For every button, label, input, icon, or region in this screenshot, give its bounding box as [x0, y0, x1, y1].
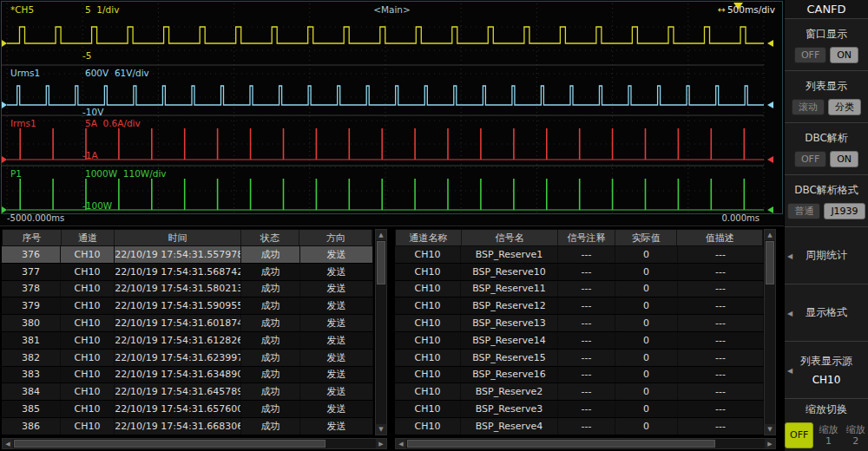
scrollbar-track[interactable]: [376, 240, 386, 424]
column-header[interactable]: 实际值: [615, 230, 678, 245]
table-cell: BSP_Reserve16: [461, 367, 558, 383]
table-row[interactable]: 377CH102022/10/19 17:54:31.568742...成功发送: [2, 264, 373, 281]
window-display-section: 窗口显示 OFF ON: [785, 19, 868, 71]
display-format-label: 显示格式: [806, 305, 847, 320]
time-axis-end: 0.000ms: [721, 213, 760, 224]
ch3-right-position-marker[interactable]: [767, 206, 773, 213]
table-cell: CH10: [395, 246, 461, 263]
ch3-left-position-marker[interactable]: [2, 206, 7, 213]
table-row[interactable]: 376CH102022/10/19 17:54:31.557978...成功发送: [2, 246, 373, 264]
signal-list: 通道名称信号名信号注释实际值值描述 CH10BSP_Reserve1---0--…: [395, 229, 764, 435]
table-cell: CH10: [61, 264, 115, 280]
horizontal-scrollbar[interactable]: ◀ ▶: [2, 438, 387, 449]
table-cell: 成功: [241, 383, 300, 400]
table-row[interactable]: 384CH102022/10/19 17:54:31.645789...成功发送: [2, 383, 373, 401]
ch1-right-position-marker[interactable]: [767, 101, 773, 108]
table-row[interactable]: 382CH102022/10/19 17:54:31.623997...成功发送: [2, 350, 373, 367]
dbc-format-normal-button[interactable]: 普通: [787, 203, 820, 219]
dbc-format-j1939-button[interactable]: J1939: [824, 203, 865, 219]
list-source-item[interactable]: ◀ 列表显示源 CH10: [785, 342, 868, 399]
table-cell: BSP_Reserve3: [461, 401, 558, 417]
scroll-down-icon[interactable]: ▼: [376, 424, 386, 435]
scrollbar-thumb[interactable]: [14, 440, 326, 448]
zoom1-button[interactable]: 缩放1: [816, 422, 840, 448]
zoom2-button[interactable]: 缩放2: [844, 422, 868, 448]
scroll-right-icon[interactable]: ▶: [376, 439, 386, 448]
vertical-scrollbar[interactable]: ▲ ▼: [375, 229, 387, 435]
table-row[interactable]: 386CH102022/10/19 17:54:31.668306...成功发送: [2, 418, 373, 435]
waveform-display[interactable]: *CH55 1/div-5Urms1600V 61V/div-10VIrms15…: [0, 0, 784, 226]
scroll-left-icon[interactable]: ◀: [3, 439, 13, 448]
table-row[interactable]: 385CH102022/10/19 17:54:31.657600...成功发送: [2, 401, 373, 418]
list-display-scroll-button[interactable]: 滚动: [792, 99, 825, 115]
window-display-off-button[interactable]: OFF: [794, 47, 826, 63]
scrollbar-thumb[interactable]: [766, 241, 774, 284]
column-header[interactable]: 时间: [115, 230, 240, 245]
list-display-classify-button[interactable]: 分类: [828, 99, 861, 115]
ch0-right-position-marker[interactable]: [767, 40, 773, 47]
ch2-left-position-marker[interactable]: [2, 156, 7, 163]
table-cell: 成功: [241, 367, 300, 383]
column-header[interactable]: 状态: [241, 230, 300, 245]
column-header[interactable]: 值描述: [677, 230, 763, 245]
scroll-up-icon[interactable]: ▲: [765, 230, 775, 240]
table-row[interactable]: 379CH102022/10/19 17:54:31.590955...成功发送: [2, 297, 373, 315]
table-cell: 0: [615, 264, 678, 280]
table-cell: 379: [2, 297, 61, 314]
table-cell: ---: [558, 401, 615, 417]
table-row[interactable]: CH10BSP_Reserve14---0---: [395, 332, 764, 350]
table-row[interactable]: 378CH102022/10/19 17:54:31.580213...成功发送: [2, 281, 373, 298]
scroll-right-icon[interactable]: ▶: [765, 439, 775, 448]
zoom-off-button[interactable]: OFF: [785, 422, 813, 448]
table-cell: 386: [2, 418, 61, 435]
horizontal-scrollbar[interactable]: ◀ ▶: [395, 438, 776, 449]
scrollbar-track[interactable]: [765, 240, 775, 424]
table-cell: 0: [615, 401, 678, 417]
table-cell: 376: [2, 246, 61, 263]
cycle-stats-item[interactable]: ◀ 周期统计: [785, 227, 868, 284]
table-cell: 成功: [241, 315, 300, 331]
column-header[interactable]: 信号名: [462, 230, 558, 245]
table-cell: 成功: [241, 401, 300, 417]
table-row[interactable]: CH10BSP_Reserve10---0---: [395, 264, 764, 281]
table-row[interactable]: CH10BSP_Reserve1---0---: [395, 246, 764, 264]
table-row[interactable]: 381CH102022/10/19 17:54:31.612826...成功发送: [2, 332, 373, 350]
table-row[interactable]: CH10BSP_Reserve15---0---: [395, 350, 764, 367]
table-cell: ---: [678, 383, 764, 400]
dbc-parse-on-button[interactable]: ON: [830, 151, 858, 167]
display-format-item[interactable]: ◀ 显示格式: [785, 284, 868, 342]
scroll-up-icon[interactable]: ▲: [376, 230, 386, 240]
column-header[interactable]: 信号注释: [558, 230, 615, 245]
table-row[interactable]: CH10BSP_Reserve4---0---: [395, 418, 764, 435]
vertical-scrollbar[interactable]: ▲ ▼: [764, 229, 776, 435]
scrollbar-track[interactable]: [406, 439, 765, 448]
table-cell: 384: [2, 383, 61, 400]
ch2-right-position-marker[interactable]: [767, 156, 773, 163]
scroll-left-icon[interactable]: ◀: [396, 439, 406, 448]
table-cell: ---: [558, 332, 615, 349]
table-row[interactable]: 380CH102022/10/19 17:54:31.601874...成功发送: [2, 315, 373, 332]
table-row[interactable]: CH10BSP_Reserve2---0---: [395, 383, 764, 401]
table-row[interactable]: CH10BSP_Reserve12---0---: [395, 297, 764, 315]
column-header[interactable]: 序号: [3, 230, 62, 245]
table-row[interactable]: CH10BSP_Reserve11---0---: [395, 281, 764, 298]
scrollbar-thumb[interactable]: [377, 241, 385, 284]
table-row[interactable]: CH10BSP_Reserve3---0---: [395, 401, 764, 418]
table-row[interactable]: CH10BSP_Reserve13---0---: [395, 315, 764, 332]
ch0-left-position-marker[interactable]: [2, 40, 7, 47]
decode-lists-area: 序号通道时间状态方向 376CH102022/10/19 17:54:31.55…: [0, 226, 784, 451]
table-cell: ---: [558, 315, 615, 331]
scrollbar-track[interactable]: [13, 439, 376, 448]
window-display-on-button[interactable]: ON: [830, 47, 858, 63]
frame-list-table: 序号通道时间状态方向 376CH102022/10/19 17:54:31.55…: [2, 229, 387, 449]
column-header[interactable]: 方向: [299, 230, 372, 245]
scrollbar-thumb[interactable]: [407, 440, 715, 448]
table-row[interactable]: CH10BSP_Reserve16---0---: [395, 367, 764, 384]
column-header[interactable]: 通道名称: [396, 230, 462, 245]
table-row[interactable]: 383CH102022/10/19 17:54:31.634890...成功发送: [2, 367, 373, 384]
list-source-label: 列表显示源: [800, 354, 852, 369]
column-header[interactable]: 通道: [62, 230, 115, 245]
dbc-parse-off-button[interactable]: OFF: [794, 151, 826, 167]
scroll-down-icon[interactable]: ▼: [765, 424, 775, 435]
ch1-left-position-marker[interactable]: [2, 101, 7, 108]
